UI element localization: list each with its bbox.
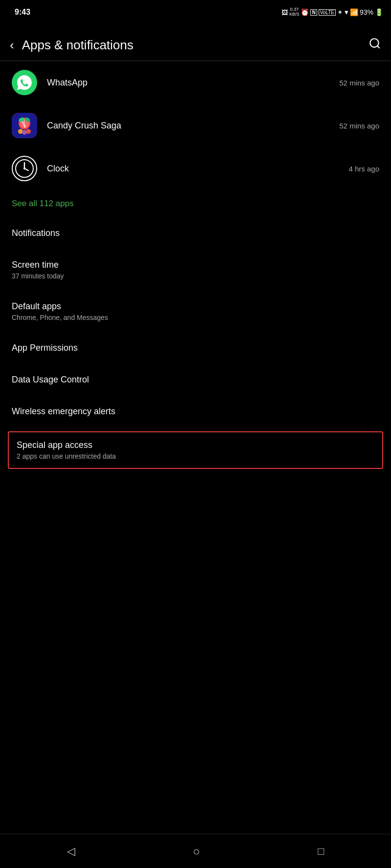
candy-crush-time: 52 mins ago (339, 122, 379, 130)
app-item-candy-crush[interactable]: Candy Crush Saga 52 mins ago (0, 104, 391, 147)
battery-icon: 🔋 (375, 8, 383, 16)
special-app-access-item[interactable]: Special app access 2 apps can use unrest… (8, 431, 383, 469)
status-bar: 9:43 🖼 0.37 KB/S ⏰ N VoLTE ✴ ▾ 📶 93% 🔋 (0, 0, 391, 24)
clock-app-icon (12, 156, 37, 181)
menu-item-default-apps[interactable]: Default apps Chrome, Phone, and Messages (0, 291, 391, 332)
whatsapp-icon (12, 70, 37, 95)
nfc-icon: N (310, 9, 317, 16)
image-icon: 🖼 (282, 9, 288, 16)
clock-name: Clock (47, 164, 348, 174)
app-item-whatsapp[interactable]: WhatsApp 52 mins ago (0, 61, 391, 104)
home-nav-button[interactable]: ○ (193, 845, 200, 858)
app-item-clock[interactable]: Clock 4 hrs ago (0, 147, 391, 190)
candy-crush-icon (12, 113, 37, 138)
menu-item-notifications[interactable]: Notifications (0, 217, 391, 249)
svg-line-1 (377, 46, 380, 48)
status-icons: 🖼 0.37 KB/S ⏰ N VoLTE ✴ ▾ 📶 93% 🔋 (282, 7, 383, 17)
network-speed-display: 0.37 KB/S (289, 7, 300, 17)
status-time: 9:43 (15, 8, 30, 17)
menu-item-screen-time[interactable]: Screen time 37 minutes today (0, 249, 391, 291)
bluetooth-icon: ✴ (337, 8, 343, 16)
svg-point-0 (370, 39, 378, 47)
volte-icon: VoLTE (319, 9, 336, 16)
page-title: Apps & notifications (22, 38, 369, 53)
recent-nav-button[interactable]: □ (318, 845, 324, 858)
menu-item-app-permissions[interactable]: App Permissions (0, 332, 391, 364)
search-button[interactable] (369, 37, 381, 53)
see-all-apps-link[interactable]: See all 112 apps (0, 190, 391, 217)
menu-item-wireless-alerts[interactable]: Wireless emergency alerts (0, 396, 391, 427)
page-header: ‹ Apps & notifications (0, 29, 391, 61)
candy-crush-name: Candy Crush Saga (47, 121, 339, 131)
svg-point-11 (26, 129, 31, 134)
whatsapp-name: WhatsApp (47, 78, 339, 88)
alarm-icon: ⏰ (301, 8, 309, 16)
signal-icon: 📶 (350, 8, 358, 16)
svg-point-15 (23, 168, 25, 169)
menu-item-data-usage[interactable]: Data Usage Control (0, 364, 391, 396)
navigation-bar: ◁ ○ □ (0, 834, 391, 868)
battery-percent: 93% (360, 8, 373, 16)
back-nav-button[interactable]: ◁ (67, 845, 75, 858)
whatsapp-time: 52 mins ago (339, 79, 379, 87)
clock-time: 4 hrs ago (348, 165, 379, 173)
back-button[interactable]: ‹ (10, 38, 14, 53)
wifi-icon: ▾ (345, 8, 348, 17)
